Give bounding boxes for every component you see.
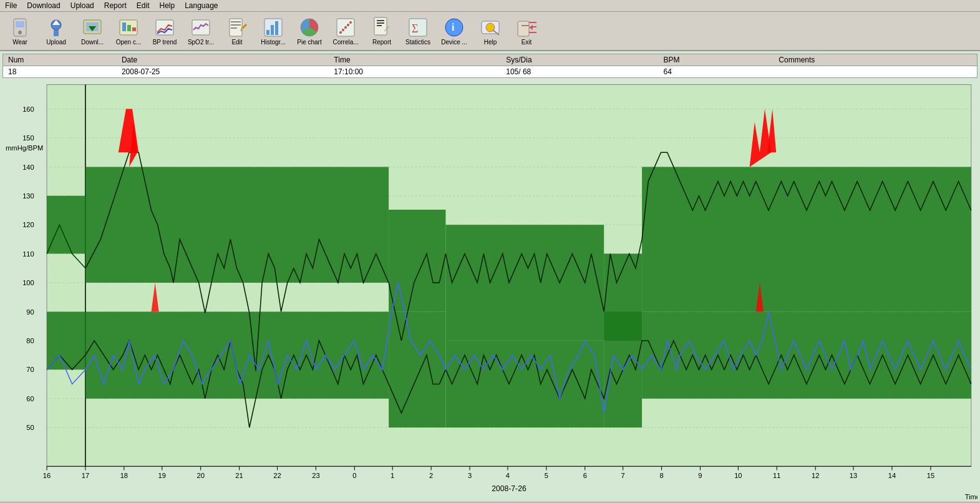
report-icon (371, 16, 393, 39)
svg-text:5: 5 (545, 472, 548, 479)
col-date: Date (117, 54, 329, 66)
upload-icon (45, 16, 67, 39)
svg-text:7: 7 (621, 472, 625, 479)
svg-text:Σ: Σ (412, 22, 418, 35)
svg-text:11: 11 (773, 472, 780, 479)
edit-button[interactable]: Edit (220, 14, 255, 47)
report-button[interactable]: Report (364, 14, 399, 47)
svg-marker-84 (680, 167, 971, 311)
device-label: Device ... (441, 39, 467, 46)
svg-point-2 (18, 31, 22, 34)
spo2-trend-button[interactable]: SpO2 tr... (183, 14, 218, 47)
statistics-button[interactable]: Σ Statictics (400, 14, 435, 47)
svg-text:3: 3 (468, 472, 472, 479)
edit-label: Edit (231, 39, 242, 46)
menu-edit[interactable]: Edit (137, 1, 150, 10)
col-time: Time (329, 54, 501, 66)
report-label: Report (372, 39, 391, 46)
svg-marker-88 (445, 341, 604, 427)
pie-chart-icon (298, 16, 321, 39)
pie-chart-button[interactable]: Pie chart (292, 14, 327, 47)
correlation-button[interactable]: Correla... (328, 14, 363, 47)
histogram-button[interactable]: Histogr... (256, 14, 291, 47)
device-button[interactable]: i Device ... (437, 14, 472, 47)
wear-button[interactable]: Wear (2, 14, 37, 47)
bp-trend-icon (153, 16, 176, 39)
menu-bar: File Download Upload Report Edit Help La… (0, 0, 980, 12)
svg-rect-1 (16, 21, 24, 27)
bp-trend-button[interactable]: BP trend (147, 14, 182, 47)
cell-sysdia: 105/ 68 (501, 66, 658, 78)
menu-help[interactable]: Help (159, 1, 175, 10)
open-chart-icon (117, 16, 140, 39)
main-area: Num Date Time Sys/Dia BPM Comments 18 20… (0, 51, 980, 502)
svg-marker-79 (85, 167, 389, 283)
svg-text:19: 19 (158, 472, 166, 479)
correlation-icon (334, 16, 357, 39)
svg-rect-36 (377, 25, 382, 26)
wear-label: Wear (12, 39, 27, 46)
upload-label: Upload (46, 39, 66, 46)
svg-text:4: 4 (506, 472, 510, 479)
download-button[interactable]: Downl... (75, 14, 110, 47)
svg-text:140: 140 (22, 163, 34, 170)
histogram-icon (262, 16, 284, 39)
svg-marker-86 (85, 311, 389, 398)
svg-text:2008-7-26: 2008-7-26 (492, 484, 526, 493)
svg-text:mmHg/BPM: mmHg/BPM (6, 144, 43, 152)
svg-text:9: 9 (698, 472, 702, 479)
svg-text:17: 17 (82, 472, 89, 479)
svg-text:10: 10 (734, 472, 742, 479)
svg-text:20: 20 (196, 472, 204, 479)
pie-chart-label: Pie chart (297, 39, 321, 46)
svg-rect-16 (231, 21, 241, 22)
svg-text:2: 2 (429, 472, 433, 479)
svg-text:6: 6 (583, 472, 587, 479)
menu-report[interactable]: Report (104, 1, 127, 10)
help-label: Help (484, 39, 497, 46)
statistics-label: Statictics (405, 39, 430, 46)
upload-button[interactable]: Upload (39, 14, 74, 47)
svg-rect-4 (54, 30, 59, 36)
svg-text:14: 14 (888, 472, 896, 479)
chart-area[interactable]: mmHg/BPM 160 150 140 130 120 (2, 78, 978, 499)
svg-marker-81 (445, 225, 604, 341)
svg-rect-10 (122, 22, 126, 31)
svg-rect-11 (127, 25, 131, 31)
histogram-label: Histogr... (261, 39, 285, 46)
svg-rect-44 (518, 21, 529, 36)
svg-marker-90 (642, 311, 680, 398)
svg-marker-87 (389, 311, 445, 427)
svg-text:15: 15 (927, 472, 934, 479)
svg-text:Time: Time (965, 493, 978, 499)
svg-text:100: 100 (22, 279, 34, 286)
svg-rect-34 (377, 20, 384, 21)
menu-upload[interactable]: Upload (70, 1, 94, 10)
menu-download[interactable]: Download (27, 1, 60, 10)
svg-marker-46 (529, 25, 533, 30)
menu-language[interactable]: Language (185, 1, 218, 10)
svg-rect-23 (271, 25, 274, 35)
data-table: Num Date Time Sys/Dia BPM Comments 18 20… (2, 54, 978, 78)
svg-text:i: i (452, 22, 455, 32)
menu-file[interactable]: File (5, 1, 17, 10)
svg-rect-24 (275, 21, 278, 35)
svg-rect-18 (231, 27, 237, 29)
statistics-icon: Σ (407, 16, 429, 39)
edit-icon (226, 16, 248, 39)
svg-text:50: 50 (26, 424, 34, 431)
svg-rect-12 (132, 27, 136, 31)
help-icon (479, 16, 502, 39)
open-chart-button[interactable]: Open c... (111, 14, 146, 47)
col-bpm: BPM (659, 54, 774, 66)
help-button[interactable]: Help (473, 14, 508, 47)
exit-label: Exit (522, 39, 532, 46)
chart-svg: mmHg/BPM 160 150 140 130 120 (2, 78, 978, 499)
svg-marker-80 (389, 210, 445, 311)
exit-button[interactable]: Exit (509, 14, 544, 47)
svg-text:110: 110 (22, 250, 34, 258)
spo2-trend-label: SpO2 tr... (188, 39, 214, 46)
toolbar: Wear Upload Downl... (0, 12, 980, 51)
device-icon: i (443, 16, 465, 39)
table-row: 18 2008-07-25 17:10:00 105/ 68 64 (3, 66, 977, 78)
